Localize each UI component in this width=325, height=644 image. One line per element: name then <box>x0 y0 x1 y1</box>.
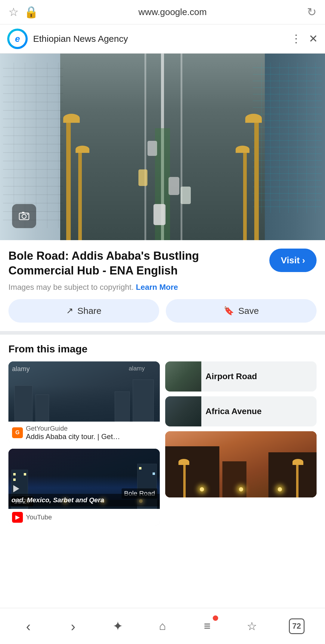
star-icon[interactable]: ☆ <box>8 5 19 19</box>
tabs-button[interactable]: 72 <box>285 614 309 638</box>
back-icon: ‹ <box>26 618 31 634</box>
article-title: Bole Road: Addis Ababa's Bustling Commer… <box>8 249 263 278</box>
from-image-section: From this image alamy alamy <box>0 335 325 526</box>
address-bar-url[interactable]: www.google.com <box>38 7 307 17</box>
tab-bar: e Ethiopian News Agency ⋮ ✕ <box>0 24 325 54</box>
youtube-name: YouTube <box>26 513 52 521</box>
watermark-text-right: alamy <box>129 365 145 372</box>
airport-road-thumbnail <box>165 361 201 392</box>
left-results-column: alamy alamy G GetYourGuide Addis Ababa c… <box>8 361 160 526</box>
africa-avenue-card[interactable]: Africa Avenue <box>165 396 317 426</box>
article-header: Bole Road: Addis Ababa's Bustling Commer… <box>8 249 317 278</box>
visit-chevron: › <box>302 255 305 265</box>
tabs-count: 72 <box>289 618 305 634</box>
menu-button[interactable]: ≡ <box>195 614 219 638</box>
watermark-text: alamy <box>12 365 30 373</box>
sunset-city-card[interactable] <box>165 431 317 497</box>
svg-point-1 <box>22 214 26 218</box>
getyourguide-info: GetYourGuide Addis Ababa city tour. | Ge… <box>26 425 120 441</box>
tab-title: Ethiopian News Agency <box>33 34 291 44</box>
getyourguide-thumbnail: alamy alamy <box>8 361 160 422</box>
getyourguide-title: Addis Ababa city tour. | Get… <box>26 432 120 441</box>
favorites-icon: ☆ <box>247 620 257 633</box>
sparkle-button[interactable]: ✦ <box>106 614 130 638</box>
learn-more-link[interactable]: Learn More <box>136 283 178 292</box>
more-options-icon[interactable]: ⋮ <box>291 33 302 45</box>
youtube-logo: ▶ <box>12 512 23 523</box>
tab-logo: e <box>7 29 28 49</box>
right-results-column: Airport Road Africa Avenue <box>165 361 317 526</box>
menu-notification-badge <box>213 615 218 621</box>
close-tab-icon[interactable]: ✕ <box>309 33 318 45</box>
home-button[interactable]: ⌂ <box>150 614 175 638</box>
content-area: Bole Road: Addis Ababa's Bustling Commer… <box>0 240 325 331</box>
tab-logo-letter: e <box>15 34 20 44</box>
save-button[interactable]: 🔖 Save <box>166 299 317 323</box>
svg-marker-4 <box>13 485 19 492</box>
getyourguide-logo: G <box>12 427 23 438</box>
from-image-header: From this image <box>8 343 317 355</box>
svg-point-3 <box>27 214 28 215</box>
bottom-spacer <box>0 526 325 565</box>
lock-icon: 🔒 <box>24 5 38 19</box>
nav-bar: ‹ › ✦ ⌂ ≡ ☆ 72 <box>0 608 325 644</box>
africa-avenue-thumbnail <box>165 396 201 426</box>
airport-road-label: Airport Road <box>206 372 261 381</box>
africa-avenue-label: Africa Avenue <box>206 407 265 416</box>
action-buttons: ↗ Share 🔖 Save <box>8 299 317 331</box>
play-button[interactable] <box>11 484 20 494</box>
copyright-text: Images may be subject to copyright. Lear… <box>8 283 317 292</box>
getyourguide-name: GetYourGuide <box>26 425 120 432</box>
youtube-thumbnail: Bole Road 11:27 oad, Mexico, Sarbet and … <box>8 449 160 509</box>
share-icon: ↗ <box>66 306 73 316</box>
forward-button[interactable]: › <box>61 614 85 638</box>
menu-icon: ≡ <box>204 620 210 633</box>
section-divider <box>0 331 325 335</box>
tab-action-buttons: ⋮ ✕ <box>291 33 318 45</box>
save-icon: 🔖 <box>224 306 234 316</box>
share-button[interactable]: ↗ Share <box>8 299 159 323</box>
svg-rect-2 <box>22 212 24 213</box>
results-grid: alamy alamy G GetYourGuide Addis Ababa c… <box>8 361 317 526</box>
video-subtitle: oad, Mexico, Sarbet and Qera <box>8 494 160 506</box>
favorites-button[interactable]: ☆ <box>240 614 264 638</box>
address-bar: ☆ 🔒 www.google.com ↻ <box>0 0 325 24</box>
visit-label: Visit <box>281 255 300 265</box>
sunset-thumbnail <box>165 431 317 497</box>
hero-image <box>0 54 325 240</box>
refresh-icon[interactable]: ↻ <box>307 5 317 19</box>
getyourguide-card[interactable]: alamy alamy G GetYourGuide Addis Ababa c… <box>8 361 160 444</box>
save-label: Save <box>238 306 259 316</box>
address-bar-left-icons: ☆ 🔒 <box>8 5 38 19</box>
youtube-card[interactable]: Bole Road 11:27 oad, Mexico, Sarbet and … <box>8 449 160 526</box>
back-button[interactable]: ‹ <box>16 614 40 638</box>
forward-icon: › <box>71 618 75 634</box>
sparkle-icon: ✦ <box>113 619 123 633</box>
visit-button[interactable]: Visit › <box>269 249 317 272</box>
youtube-source: ▶ YouTube <box>8 509 160 526</box>
home-icon: ⌂ <box>159 620 166 633</box>
getyourguide-source: G GetYourGuide Addis Ababa city tour. | … <box>8 422 160 444</box>
camera-search-icon[interactable] <box>12 204 36 228</box>
share-label: Share <box>77 306 101 316</box>
airport-road-card[interactable]: Airport Road <box>165 361 317 392</box>
